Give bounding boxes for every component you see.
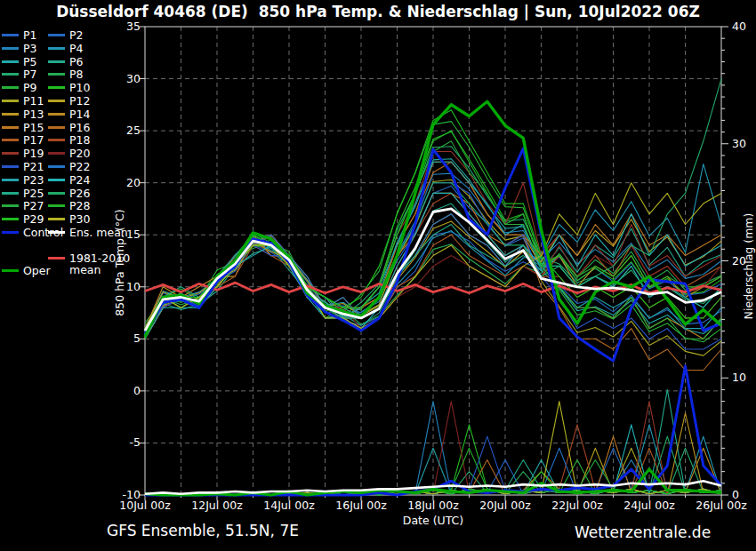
date-axis-tick-label: 26Jul 00z: [690, 500, 752, 512]
temp-axis-tick-label: 30: [105, 74, 141, 85]
precip-axis-tick-label: 40: [732, 21, 746, 33]
date-axis-tick-label: 14Jul 00z: [258, 500, 320, 512]
date-axis-tick-label: 10Jul 00z: [114, 500, 176, 512]
model-info-text: GFS Ensemble, 51.5N, 7E: [107, 522, 299, 539]
temp-axis-tick-label: 5: [105, 333, 141, 345]
date-axis-tick-label: 18Jul 00z: [402, 500, 464, 512]
date-axis-tick-label: 16Jul 00z: [330, 500, 392, 512]
temp-axis-tick-label: -5: [105, 437, 141, 449]
temp-axis-tick-label: 25: [105, 125, 141, 137]
temp-axis-tick-label: 15: [105, 229, 141, 241]
date-axis-tick-label: 12Jul 00z: [186, 500, 248, 512]
date-axis-tick-label: 24Jul 00z: [618, 500, 680, 512]
precip-axis-tick-label: 10: [732, 372, 746, 384]
site-credit-text: Wetterzentrale.de: [575, 523, 711, 541]
precip-axis-tick-label: 30: [732, 139, 746, 150]
temp-axis-tick-label: 0: [105, 386, 141, 397]
x-axis-title: Date (UTC): [389, 514, 478, 527]
temp-axis-tick-label: 10: [105, 282, 141, 293]
ensemble-forecast-screen: Düsseldorf 40468 (DE) 850 hPa Temp. & Ni…: [0, 0, 756, 551]
temp-axis-tick-label: 35: [105, 21, 141, 33]
date-axis-tick-label: 20Jul 00z: [474, 500, 536, 512]
temp-axis-tick-label: 20: [105, 178, 141, 189]
date-axis-tick-label: 22Jul 00z: [546, 500, 608, 512]
precip-axis-tick-label: 20: [732, 256, 746, 268]
temp-axis-title: 850 hPa Temp. (°C): [113, 198, 126, 327]
